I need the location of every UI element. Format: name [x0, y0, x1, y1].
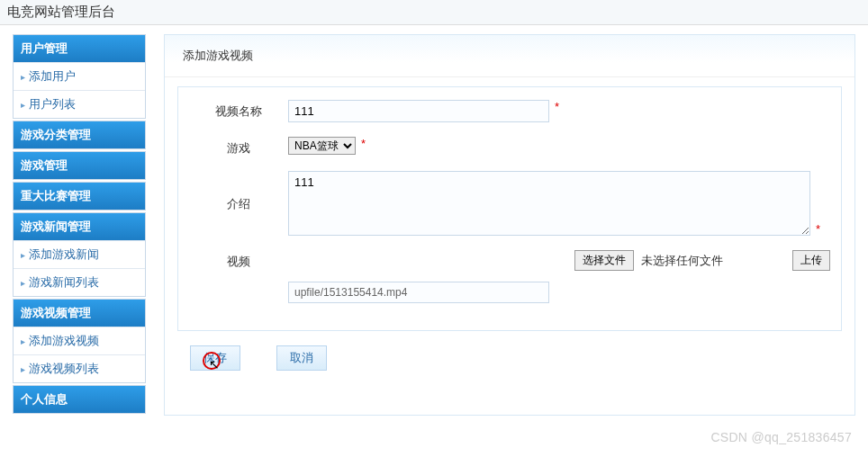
- label-video-file: 视频: [189, 250, 288, 270]
- main-panel: 添加游戏视频 视频名称 * 游戏 NBA篮球 *: [164, 34, 855, 416]
- required-mark: *: [816, 222, 820, 236]
- sidebar-item-video-list[interactable]: ▸游戏视频列表: [14, 354, 145, 382]
- save-button[interactable]: 保存: [190, 345, 240, 371]
- file-status-text: 未选择任何文件: [641, 253, 723, 269]
- layout-container: 用户管理 ▸添加用户 ▸用户列表 游戏分类管理 游戏管理 重大比赛管理 游戏新闻…: [0, 25, 868, 416]
- sidebar-section-users: 用户管理 ▸添加用户 ▸用户列表: [13, 34, 146, 119]
- action-bar: 保存 取消: [165, 340, 854, 380]
- choose-file-button[interactable]: 选择文件: [574, 250, 634, 271]
- sidebar-section-game-category: 游戏分类管理: [13, 121, 146, 149]
- chevron-right-icon: ▸: [21, 336, 25, 346]
- form-row-game: 游戏 NBA篮球 *: [178, 137, 841, 157]
- sidebar: 用户管理 ▸添加用户 ▸用户列表 游戏分类管理 游戏管理 重大比赛管理 游戏新闻…: [13, 34, 146, 416]
- required-mark: *: [361, 137, 366, 150]
- sidebar-item-news-list[interactable]: ▸游戏新闻列表: [14, 268, 145, 296]
- sidebar-section-video: 游戏视频管理 ▸添加游戏视频 ▸游戏视频列表: [13, 299, 146, 383]
- chevron-right-icon: ▸: [21, 72, 25, 82]
- chevron-right-icon: ▸: [21, 278, 25, 288]
- sidebar-section-game: 游戏管理: [13, 151, 146, 180]
- upload-button[interactable]: 上传: [792, 250, 830, 271]
- sidebar-item-label: 游戏视频列表: [29, 361, 99, 377]
- sidebar-item-label: 添加用户: [29, 68, 76, 85]
- form-row-video-file: 视频 选择文件 未选择任何文件 上传: [178, 250, 841, 303]
- sidebar-header-users[interactable]: 用户管理: [14, 35, 145, 62]
- sidebar-item-add-news[interactable]: ▸添加游戏新闻: [14, 240, 145, 268]
- label-intro: 介绍: [189, 171, 288, 212]
- sidebar-section-match: 重大比赛管理: [13, 182, 146, 211]
- sidebar-item-label: 添加游戏新闻: [29, 246, 99, 263]
- sidebar-item-user-list[interactable]: ▸用户列表: [14, 90, 145, 118]
- label-video-name: 视频名称: [189, 100, 288, 120]
- required-mark: *: [555, 100, 559, 113]
- sidebar-item-label: 游戏新闻列表: [29, 274, 99, 291]
- chevron-right-icon: ▸: [21, 100, 25, 110]
- sidebar-header-video[interactable]: 游戏视频管理: [14, 300, 145, 327]
- sidebar-item-add-user[interactable]: ▸添加用户: [14, 62, 145, 90]
- cancel-button[interactable]: 取消: [276, 345, 327, 371]
- intro-textarea[interactable]: [288, 171, 810, 236]
- video-path-input[interactable]: [288, 282, 549, 303]
- sidebar-item-label: 用户列表: [29, 96, 76, 112]
- video-name-input[interactable]: [288, 100, 549, 122]
- game-select[interactable]: NBA篮球: [288, 137, 356, 155]
- form-row-intro: 介绍 *: [178, 171, 841, 236]
- sidebar-header-news[interactable]: 游戏新闻管理: [14, 213, 145, 240]
- label-game: 游戏: [189, 137, 288, 157]
- sidebar-item-label: 添加游戏视频: [29, 333, 99, 349]
- sidebar-header-game-category[interactable]: 游戏分类管理: [14, 121, 145, 148]
- page-title: 电竞网站管理后台: [0, 0, 868, 25]
- form-title: 添加游戏视频: [165, 35, 854, 77]
- sidebar-section-profile: 个人信息: [13, 385, 146, 414]
- sidebar-item-add-video[interactable]: ▸添加游戏视频: [14, 327, 145, 354]
- chevron-right-icon: ▸: [21, 364, 25, 374]
- sidebar-header-match[interactable]: 重大比赛管理: [14, 183, 145, 210]
- chevron-right-icon: ▸: [21, 250, 25, 260]
- sidebar-header-profile[interactable]: 个人信息: [14, 386, 145, 413]
- sidebar-section-news: 游戏新闻管理 ▸添加游戏新闻 ▸游戏新闻列表: [13, 212, 146, 297]
- form-area: 视频名称 * 游戏 NBA篮球 * 介绍: [177, 86, 842, 331]
- form-row-video-name: 视频名称 *: [178, 100, 841, 122]
- sidebar-header-game[interactable]: 游戏管理: [14, 152, 145, 179]
